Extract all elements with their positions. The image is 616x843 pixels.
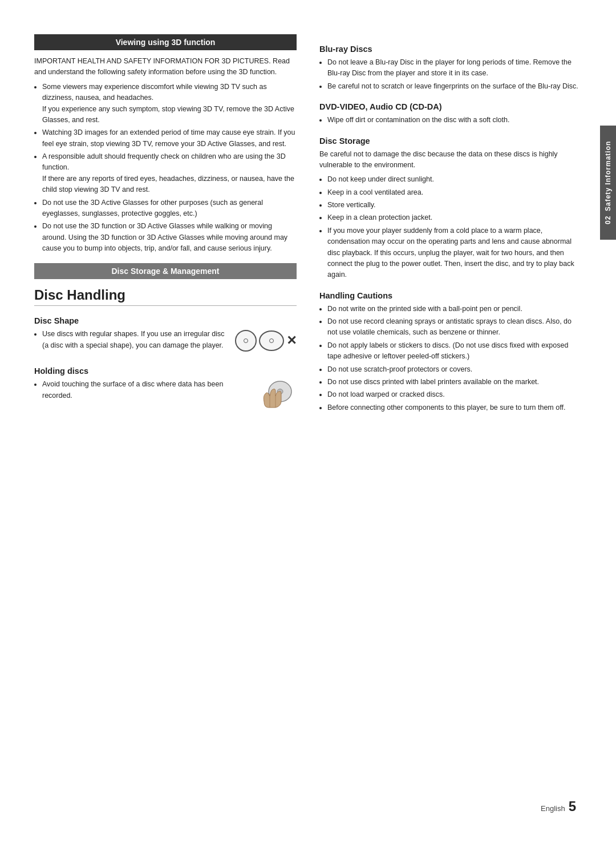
3d-bullet-3: A responsible adult should frequently ch… xyxy=(42,151,297,196)
bluray-bullets: Do not leave a Blu-ray Disc in the playe… xyxy=(327,57,582,92)
disc-storage-bullet-2: Keep in a cool ventilated area. xyxy=(327,187,582,198)
sidebar-tab: 02 Safety Information xyxy=(600,126,616,240)
holding-text: Avoid touching the surface of a disc whe… xyxy=(42,379,251,403)
handling-bullet-7: Before connecting other components to th… xyxy=(327,402,582,413)
dvd-section: DVD-VIDEO, Audio CD (CD-DA) Wipe off dir… xyxy=(319,102,582,126)
disc-shape-bullet: Use discs with regular shapes. If you us… xyxy=(42,329,229,351)
3d-bullet-1: Some viewers may experience discomfort w… xyxy=(42,82,297,126)
disc-storage-section: Disc Storage Be careful not to damage th… xyxy=(319,136,582,281)
handling-cautions-title: Handling Cautions xyxy=(319,291,582,300)
3d-bullet-2: Watching 3D images for an extended perio… xyxy=(42,127,297,150)
disc-storage-bullet-4: Keep in a clean protection jacket. xyxy=(327,212,582,223)
disc-handling-title: Disc Handling xyxy=(34,287,297,306)
handling-bullet-5: Do not use discs printed with label prin… xyxy=(327,377,582,388)
disc-icons: ✕ xyxy=(235,330,297,352)
handling-cautions-bullets: Do not write on the printed side with a … xyxy=(327,304,582,413)
page-number-area: English 5 xyxy=(541,798,576,814)
disc-shape-row: Use discs with regular shapes. If you us… xyxy=(34,329,297,356)
holding-discs-section: Holding discs Avoid touching the surface… xyxy=(34,366,297,410)
page-number-label: English xyxy=(541,804,565,813)
disc-storage-title: Disc Storage xyxy=(319,136,582,146)
disc-irregular-icon xyxy=(259,330,284,351)
holding-discs-title: Holding discs xyxy=(34,366,297,376)
disc-shape-title: Disc Shape xyxy=(34,316,297,325)
disc-storage-bullets: Do not keep under direct sunlight. Keep … xyxy=(327,174,582,280)
handling-bullet-4: Do not use scratch-proof protectors or c… xyxy=(327,364,582,375)
bluray-title: Blu-ray Discs xyxy=(319,45,582,54)
3d-bullet-5: Do not use the 3D function or 3D Active … xyxy=(42,221,297,254)
page: 02 Safety Information Viewing using 3D f… xyxy=(0,0,616,843)
handling-bullet-2: Do not use record cleaning sprays or ant… xyxy=(327,316,582,338)
disc-storage-bullet-5: If you move your player suddenly from a … xyxy=(327,225,582,281)
hand-disc-svg xyxy=(258,379,295,410)
disc-shape-section: Disc Shape Use discs with regular shapes… xyxy=(34,316,297,356)
dvd-title: DVD-VIDEO, Audio CD (CD-DA) xyxy=(319,102,582,111)
bluray-section: Blu-ray Discs Do not leave a Blu-ray Dis… xyxy=(319,45,582,92)
disc-inner-circle xyxy=(244,338,248,343)
3d-bullets: Some viewers may experience discomfort w… xyxy=(42,82,297,255)
disc-storage-bullet-3: Store vertically. xyxy=(327,200,582,211)
x-mark-icon: ✕ xyxy=(286,334,297,347)
handling-bullet-3: Do not apply labels or stickers to discs… xyxy=(327,340,582,362)
right-column: Blu-ray Discs Do not leave a Blu-ray Dis… xyxy=(319,34,582,417)
holding-hand-icon xyxy=(257,379,297,410)
holding-bullet: Avoid touching the surface of a disc whe… xyxy=(42,379,251,401)
disc-storage-intro: Be careful not to damage the disc becaus… xyxy=(319,149,582,171)
section-3d: Viewing using 3D function IMPORTANT HEAL… xyxy=(34,34,297,254)
sidebar-label: Safety Information xyxy=(604,141,612,211)
disc-shape-text: Use discs with regular shapes. If you us… xyxy=(42,329,229,353)
3d-intro: IMPORTANT HEALTH AND SAFETY INFORMATION … xyxy=(34,56,297,78)
3d-bullet-4: Do not use the 3D Active Glasses for oth… xyxy=(42,197,297,220)
main-content: Viewing using 3D function IMPORTANT HEAL… xyxy=(34,34,582,417)
bluray-bullet-1: Do not leave a Blu-ray Disc in the playe… xyxy=(327,57,582,79)
disc-regular-icon xyxy=(235,330,257,352)
handling-cautions-section: Handling Cautions Do not write on the pr… xyxy=(319,291,582,413)
dvd-bullets: Wipe off dirt or contamination on the di… xyxy=(327,115,582,126)
handling-bullet-1: Do not write on the printed side with a … xyxy=(327,304,582,314)
disc-storage-management-header: Disc Storage & Management xyxy=(34,263,297,279)
bluray-bullet-2: Be careful not to scratch or leave finge… xyxy=(327,81,582,92)
disc-storage-bullet-1: Do not keep under direct sunlight. xyxy=(327,174,582,185)
dvd-bullet-1: Wipe off dirt or contamination on the di… xyxy=(327,115,582,126)
disc-oval-inner xyxy=(269,338,274,343)
left-column: Viewing using 3D function IMPORTANT HEAL… xyxy=(34,34,297,417)
section-3d-header: Viewing using 3D function xyxy=(34,34,297,50)
holding-discs-row: Avoid touching the surface of a disc whe… xyxy=(34,379,297,410)
page-number-value: 5 xyxy=(569,798,576,814)
sidebar-chapter: 02 xyxy=(604,216,612,224)
handling-bullet-6: Do not load warped or cracked discs. xyxy=(327,389,582,400)
